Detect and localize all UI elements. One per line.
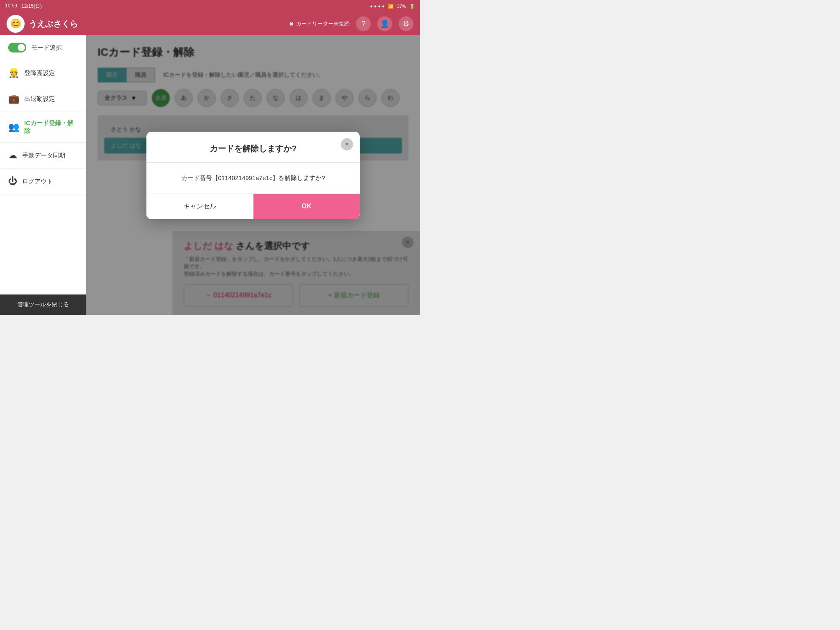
app-logo: 😊: [7, 15, 25, 33]
close-icon: ×: [345, 141, 349, 148]
status-right: ● ● ● ● 📶 37% 🔋: [370, 4, 415, 9]
worktime-icon: 💼: [8, 94, 19, 104]
dialog-cancel-button[interactable]: キャンセル: [146, 194, 253, 219]
ic-card-icon: 👥: [8, 122, 19, 132]
time: 10:59: [5, 3, 17, 10]
settings-button[interactable]: ⚙: [399, 16, 413, 31]
dialog-ok-button[interactable]: OK: [253, 194, 360, 219]
signal: ● ● ● ●: [370, 4, 385, 9]
header: 😊 うえぶさくら ✖ カードリーダー未接続 ? 👤 ⚙: [0, 12, 420, 35]
user-icon: 👤: [380, 19, 389, 28]
dialog-close-button[interactable]: ×: [341, 138, 353, 151]
sidebar-item-ic-card[interactable]: 👥 ICカード登録・解除: [0, 112, 86, 143]
app-name: うえぶさくら: [29, 18, 78, 30]
header-right: ✖ カードリーダー未接続 ? 👤 ⚙: [289, 16, 413, 31]
user-icon-button[interactable]: 👤: [377, 16, 392, 31]
sidebar-item-attendance-label: 登降園設定: [24, 69, 55, 77]
dialog-message: カード番号【01140214991a7e1c】を解除しますか?: [156, 174, 350, 182]
logo-emoji: 😊: [10, 18, 21, 29]
content: ICカード登録・解除 園児 職員 ICカードを登録・解除したい園児／職員を選択し…: [86, 35, 420, 315]
sidebar-footer-label: 管理ツールを閉じる: [17, 301, 69, 308]
dialog-body: カード番号【01140214991a7e1c】を解除しますか?: [146, 163, 360, 194]
dialog-header: カードを解除しますか? ×: [146, 132, 360, 163]
bluetooth-label: カードリーダー未接続: [296, 20, 349, 27]
sidebar-item-worktime[interactable]: 💼 出退勤設定: [0, 86, 86, 112]
sidebar-item-mode[interactable]: モード選択: [0, 35, 86, 60]
sidebar-item-attendance[interactable]: 👷 登降園設定: [0, 60, 86, 86]
bluetooth-status: ✖ カードリーダー未接続: [289, 20, 349, 27]
date: 12/15(日): [21, 3, 42, 10]
header-left: 😊 うえぶさくら: [7, 15, 78, 33]
battery-icon: 🔋: [409, 4, 415, 9]
sidebar: モード選択 👷 登降園設定 💼 出退勤設定 👥 ICカード登録・解除 ☁ 手動デ…: [0, 35, 86, 315]
confirm-dialog: カードを解除しますか? × カード番号【01140214991a7e1c】を解除…: [146, 132, 360, 219]
sidebar-item-sync[interactable]: ☁ 手動データ同期: [0, 143, 86, 169]
sidebar-item-logout-label: ログアウト: [22, 178, 53, 185]
sidebar-item-worktime-label: 出退勤設定: [24, 95, 55, 103]
help-button[interactable]: ?: [356, 16, 371, 31]
sidebar-item-logout[interactable]: ⏻ ログアウト: [0, 169, 86, 194]
dialog-title: カードを解除しますか?: [210, 144, 297, 153]
sidebar-item-ic-card-label: ICカード登録・解除: [24, 119, 78, 135]
gear-icon: ⚙: [403, 19, 409, 28]
sync-icon: ☁: [8, 150, 17, 161]
cancel-label: キャンセル: [183, 203, 216, 210]
sidebar-footer[interactable]: 管理ツールを閉じる: [0, 294, 86, 315]
attendance-icon: 👷: [8, 68, 19, 78]
sidebar-item-sync-label: 手動データ同期: [22, 152, 65, 160]
bluetooth-icon: ✖: [289, 21, 294, 27]
help-icon: ?: [361, 20, 365, 28]
status-bar: 10:59 12/15(日) ● ● ● ● 📶 37% 🔋: [0, 0, 420, 12]
sidebar-item-mode-label: モード選択: [31, 44, 62, 52]
status-left: 10:59 12/15(日): [5, 3, 42, 10]
dialog-overlay: カードを解除しますか? × カード番号【01140214991a7e1c】を解除…: [86, 35, 420, 315]
logout-icon: ⏻: [8, 176, 17, 187]
sidebar-nav: モード選択 👷 登降園設定 💼 出退勤設定 👥 ICカード登録・解除 ☁ 手動デ…: [0, 35, 86, 294]
main-layout: モード選択 👷 登降園設定 💼 出退勤設定 👥 ICカード登録・解除 ☁ 手動デ…: [0, 35, 420, 315]
ok-label: OK: [301, 203, 311, 210]
mode-toggle[interactable]: [8, 43, 26, 52]
battery: 37%: [397, 4, 406, 9]
wifi-icon: 📶: [388, 4, 394, 9]
dialog-footer: キャンセル OK: [146, 194, 360, 219]
